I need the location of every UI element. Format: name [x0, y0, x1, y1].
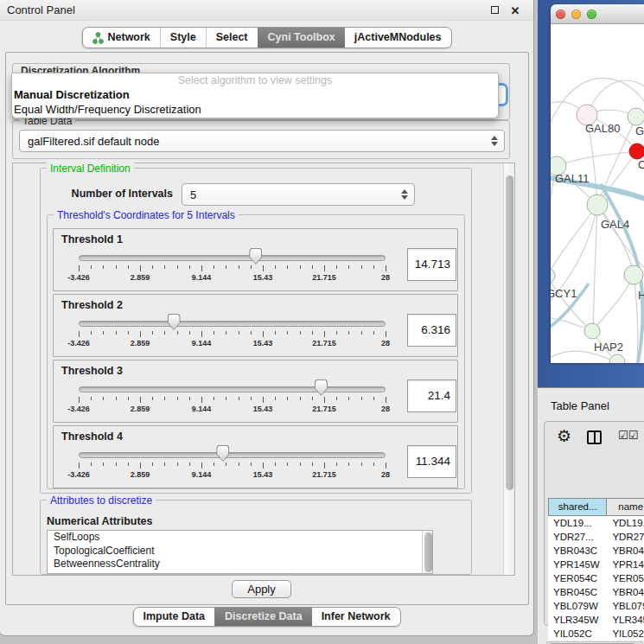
minor-tick	[116, 462, 117, 466]
dropdown-prompt-item[interactable]: Select algorithm to view settings	[12, 73, 498, 87]
minor-tick	[300, 331, 301, 335]
major-tick	[79, 462, 80, 469]
network-node[interactable]	[587, 194, 608, 215]
threshold-slider-track[interactable]	[79, 386, 386, 392]
table-row[interactable]: YPR145WYPR145W	[548, 558, 644, 571]
tick-label: 21.715	[304, 405, 344, 413]
major-tick	[140, 397, 141, 403]
network-node[interactable]	[624, 265, 643, 284]
apply-button[interactable]: Apply	[232, 580, 291, 598]
minor-tick	[251, 331, 252, 335]
minor-tick	[177, 331, 178, 335]
dropdown-item-equal-width-frequency-discretization[interactable]: Equal Width/Frequency Discretization	[12, 102, 498, 117]
attribute-item-selfloops[interactable]: SelfLoops	[48, 531, 422, 545]
mac-minimize-icon[interactable]	[571, 10, 581, 19]
interval-definition-group-title: Interval Definition	[47, 163, 134, 175]
tab-impute-data[interactable]: Impute Data	[133, 608, 214, 626]
table-data-combobox[interactable]: galFiltered.sif default node	[19, 130, 505, 152]
threshold-value-field[interactable]: 21.4	[407, 379, 456, 412]
major-tick	[386, 265, 386, 271]
table-row[interactable]: YER054CYER054C	[548, 571, 644, 585]
minor-tick	[152, 265, 153, 269]
dropdown-item-manual-discretization[interactable]: Manual Discretization	[12, 87, 498, 102]
minor-tick	[287, 462, 288, 466]
attribute-item-betweennesscentrality[interactable]: BetweennessCentrality	[48, 558, 422, 571]
thresholds-group-title: Threshold's Coordinates for 5 Intervals	[54, 209, 239, 221]
table-row[interactable]: YDR27...YDR27...	[548, 530, 644, 544]
minor-tick	[177, 462, 178, 466]
bottom-tab-bar: Impute DataDiscretize DataInfer Network	[132, 607, 400, 627]
threshold-slider-track[interactable]	[79, 452, 386, 458]
mac-zoom-icon[interactable]	[587, 10, 596, 19]
gear-icon[interactable]: ⚙	[557, 426, 571, 446]
tab-label: Cyni Toolbox	[268, 28, 335, 48]
table-row[interactable]: YDL19...YDL19...	[548, 516, 644, 530]
table-row[interactable]: YBR043CYBR043C	[548, 544, 644, 558]
table-row[interactable]: YIL052CYIL052C	[548, 627, 644, 641]
minor-tick	[128, 265, 129, 269]
minor-tick	[348, 265, 349, 269]
close-window-icon[interactable]: ✕	[509, 4, 521, 17]
table-header-name[interactable]: name	[607, 499, 644, 515]
cell-shared-name: YDL19...	[548, 516, 607, 530]
columns-icon[interactable]	[587, 430, 602, 444]
tab-jactivemnodules[interactable]: jActiveMNodules	[345, 28, 451, 48]
minor-tick	[312, 462, 313, 466]
node-attribute-table: shared...name YDL19...YDL19...YDR27...YD…	[548, 498, 644, 641]
table-row[interactable]: YLR345WYLR345W	[548, 613, 644, 627]
network-node[interactable]	[584, 323, 600, 339]
attributes-list-scrollbar[interactable]	[422, 530, 433, 574]
number-of-intervals-combobox[interactable]: 5	[182, 183, 415, 206]
network-node[interactable]	[551, 268, 555, 284]
threshold-slider-handle[interactable]	[168, 314, 181, 330]
threshold-slider-track[interactable]	[79, 321, 386, 327]
network-node[interactable]	[609, 354, 625, 363]
network-node[interactable]	[628, 108, 644, 125]
table-header-shared[interactable]: shared...	[549, 499, 607, 515]
threshold-panel-1: Threshold 1-3.4262.8599.14415.4321.71528…	[53, 228, 458, 291]
minor-tick	[300, 462, 301, 466]
settings-vertical-scrollbar[interactable]	[503, 163, 514, 575]
threshold-value-field[interactable]: 11.344	[407, 445, 456, 478]
major-tick	[201, 331, 202, 337]
minor-tick	[226, 397, 226, 400]
table-row[interactable]: YBR045CYBR045C	[548, 585, 644, 599]
minor-tick	[103, 265, 104, 269]
threshold-slider-handle[interactable]	[249, 248, 262, 265]
minor-tick	[164, 397, 165, 400]
float-window-icon[interactable]	[488, 4, 501, 16]
threshold-value-field[interactable]: 6.316	[407, 314, 456, 347]
tab-style[interactable]: Style	[160, 28, 206, 48]
cell-name: YBR043C	[607, 544, 644, 558]
network-view-window: GAL80GACGAL11GAL4GCY1HHAP2	[551, 4, 644, 363]
slider-handle-face	[250, 249, 261, 264]
control-panel-window: Control Panel ✕ NetworkStyleSelectCyni T…	[0, 0, 534, 636]
threshold-slider-track[interactable]	[79, 255, 386, 261]
network-canvas[interactable]: GAL80GACGAL11GAL4GCY1HHAP2	[551, 24, 644, 363]
tab-label: Style	[170, 28, 196, 48]
threshold-slider-handle[interactable]	[315, 379, 328, 396]
minor-tick	[336, 331, 337, 335]
minor-tick	[300, 397, 301, 400]
attribute-item-topologicalcoefficient[interactable]: TopologicalCoefficient	[48, 545, 422, 558]
network-graph: GAL80GACGAL11GAL4GCY1HHAP2	[551, 24, 644, 363]
tab-infer-network[interactable]: Infer Network	[312, 608, 400, 626]
tab-network[interactable]: Network	[82, 28, 159, 48]
table-panel-box: ⚙ ☑☑ shared...name YDL19...YDL19...YDR27…	[544, 421, 644, 626]
cell-shared-name: YER054C	[548, 571, 607, 585]
slider-handle-face	[316, 380, 327, 395]
table-row[interactable]: YBL079WYBL079W	[548, 599, 644, 613]
tab-select[interactable]: Select	[206, 28, 258, 48]
minor-tick	[91, 397, 92, 400]
mac-close-icon[interactable]	[556, 10, 565, 19]
threshold-value-field[interactable]: 14.713	[407, 248, 456, 281]
tab-discretize-data[interactable]: Discretize Data	[214, 608, 312, 626]
settings-scrollbar-thumb[interactable]	[506, 175, 513, 490]
numerical-attributes-list[interactable]: SelfLoopsTopologicalCoefficientBetweenne…	[47, 530, 422, 574]
cell-shared-name: YPR145W	[548, 558, 607, 571]
select-columns-checkboxes-icon[interactable]: ☑☑	[618, 429, 638, 442]
tab-cyni-toolbox[interactable]: Cyni Toolbox	[258, 28, 345, 48]
threshold-slider-handle[interactable]	[216, 445, 229, 462]
network-node[interactable]	[629, 143, 644, 159]
attributes-scrollbar-thumb[interactable]	[424, 532, 432, 572]
